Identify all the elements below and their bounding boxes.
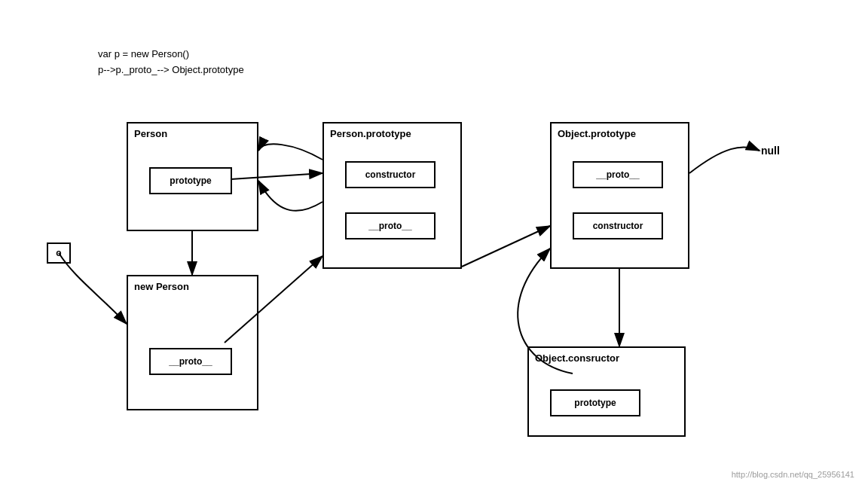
svg-line-4	[225, 256, 322, 343]
svg-line-5	[462, 226, 550, 267]
arrows-svg	[0, 0, 868, 488]
svg-line-2	[231, 173, 322, 179]
watermark: http://blog.csdn.net/qq_25956141	[732, 470, 854, 479]
